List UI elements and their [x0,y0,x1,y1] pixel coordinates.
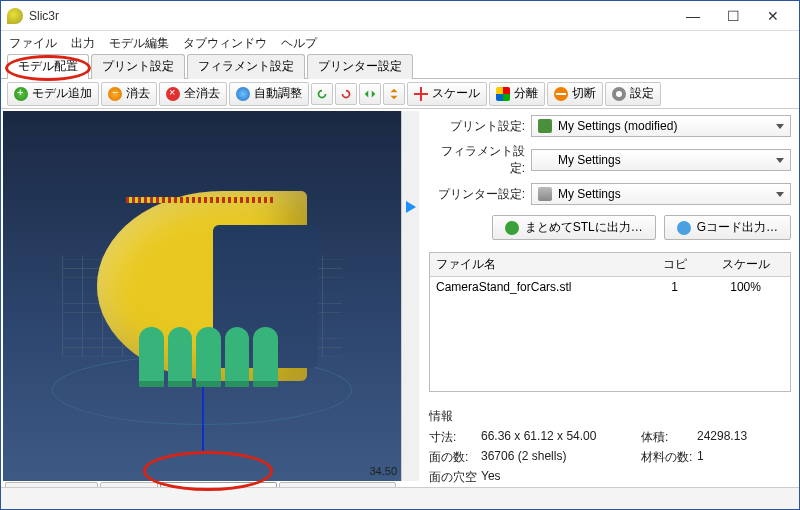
maximize-button[interactable]: ☐ [713,2,753,30]
delete-button[interactable]: 消去 [101,82,157,106]
menubar: ファイル 出力 モデル編集 タブウィンドウ ヘルプ [1,31,799,55]
toolbar: モデル追加 消去 全消去 自動調整 スケール 分離 切断 設定 [1,79,799,109]
z-value-label: 34.50 [369,465,397,477]
rotate-ccw-button[interactable] [311,83,333,105]
materials-value: 1 [697,449,791,466]
volume-label: 体積: [641,429,697,446]
dims-label: 寸法: [429,429,481,446]
col-scale[interactable]: スケール [701,253,790,277]
clear-all-button[interactable]: 全消去 [159,82,227,106]
3d-viewport[interactable]: 34.50 [3,111,401,481]
print-settings-select[interactable]: My Settings (modified) [531,115,791,137]
info-header: 情報 [429,408,791,425]
cut-icon [554,87,568,101]
model-table[interactable]: ファイル名 コピ スケール CameraStand_forCars.stl 1 … [429,252,791,392]
export-gcode-button[interactable]: Gコード出力… [664,215,791,240]
window-buttons: — ☐ ✕ [673,2,793,30]
minimize-button[interactable]: — [673,2,713,30]
dims-value: 66.36 x 61.12 x 54.00 [481,429,641,446]
scale-icon [414,87,428,101]
preset-icon [538,119,552,133]
mirror-y-button[interactable] [383,83,405,105]
filament-settings-value: My Settings [558,153,621,167]
print-settings-label: プリント設定: [429,118,525,135]
rotate-cw-button[interactable] [335,83,357,105]
minus-icon [108,87,122,101]
export-stl-label: まとめてSTLに出力… [525,219,643,236]
auto-arrange-button[interactable]: 自動調整 [229,82,309,106]
export-gcode-icon [677,221,691,235]
export-stl-icon [505,221,519,235]
app-icon [7,8,23,24]
volume-value: 24298.13 [697,429,791,446]
auto-label: 自動調整 [254,85,302,102]
faces-value: 36706 (2 shells) [481,449,641,466]
left-pane: 34.50 3Dモデル配置 2D配置 3D造形プレビュー 2D造形プレビュー [1,109,421,509]
faces-label: 面の数: [429,449,481,466]
filament-settings-select[interactable]: My Settings [531,149,791,171]
titlebar: Slic3r — ☐ ✕ [1,1,799,31]
gear-icon [612,87,626,101]
materials-label: 材料の数: [641,449,697,466]
tab-filament-settings[interactable]: フィラメント設定 [187,54,305,79]
content: 34.50 3Dモデル配置 2D配置 3D造形プレビュー 2D造形プレビュー プ… [1,109,799,509]
clear-icon [166,87,180,101]
printer-settings-value: My Settings [558,187,621,201]
scale-label: スケール [432,85,480,102]
clear-label: 全消去 [184,85,220,102]
settings-label: 設定 [630,85,654,102]
export-stl-button[interactable]: まとめてSTLに出力… [492,215,656,240]
printer-settings-select[interactable]: My Settings [531,183,791,205]
close-button[interactable]: ✕ [753,2,793,30]
cut-label: 切断 [572,85,596,102]
export-gcode-label: Gコード出力… [697,219,778,236]
menu-tab-window[interactable]: タブウィンドウ [183,35,267,52]
print-settings-value: My Settings (modified) [558,119,677,133]
add-model-button[interactable]: モデル追加 [7,82,99,106]
cut-button[interactable]: 切断 [547,82,603,106]
cell-file: CameraStand_forCars.stl [430,277,648,298]
split-label: 分離 [514,85,538,102]
add-model-label: モデル追加 [32,85,92,102]
window-title: Slic3r [29,9,673,23]
tab-model-layout[interactable]: モデル配置 [7,54,89,79]
plus-icon [14,87,28,101]
model-preview [97,191,307,381]
col-file[interactable]: ファイル名 [430,253,648,277]
auto-icon [236,87,250,101]
slider-thumb[interactable] [406,201,416,213]
split-icon [496,87,510,101]
menu-output[interactable]: 出力 [71,35,95,52]
printer-settings-label: プリンター設定: [429,186,525,203]
mirror-x-button[interactable] [359,83,381,105]
col-copies[interactable]: コピ [648,253,701,277]
scale-button[interactable]: スケール [407,82,487,106]
right-panel: プリント設定: My Settings (modified) フィラメント設定:… [421,109,799,509]
cell-scale: 100% [701,277,790,298]
layer-slider[interactable] [401,111,419,481]
tab-print-settings[interactable]: プリント設定 [91,54,185,79]
main-tabs: モデル配置 プリント設定 フィラメント設定 プリンター設定 [1,55,799,79]
tab-printer-settings[interactable]: プリンター設定 [307,54,413,79]
menu-file[interactable]: ファイル [9,35,57,52]
split-button[interactable]: 分離 [489,82,545,106]
menu-edit-model[interactable]: モデル編集 [109,35,169,52]
table-row[interactable]: CameraStand_forCars.stl 1 100% [430,277,790,298]
statusbar [1,487,799,509]
cell-copies: 1 [648,277,701,298]
settings-button[interactable]: 設定 [605,82,661,106]
filament-settings-label: フィラメント設定: [429,143,525,177]
menu-help[interactable]: ヘルプ [281,35,317,52]
delete-label: 消去 [126,85,150,102]
printer-icon [538,187,552,201]
